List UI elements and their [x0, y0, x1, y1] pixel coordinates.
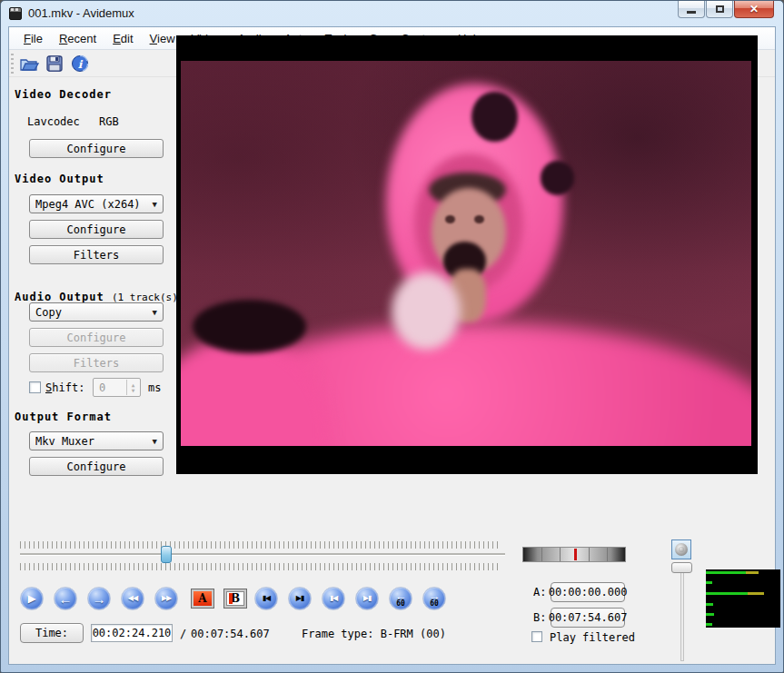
menu-file[interactable]: File [15, 29, 51, 48]
save-file-icon [45, 54, 64, 73]
audio-filters-button: Filters [29, 353, 164, 372]
hood-spot-top [471, 92, 517, 142]
set-marker-b-button[interactable]: B [223, 589, 247, 609]
next-frame-button[interactable]: → [87, 587, 111, 610]
menu-recent[interactable]: Recent [51, 29, 104, 48]
decoder-codec-label: Lavcodec [27, 115, 80, 128]
arrow-left-icon: ← [59, 592, 73, 606]
eye-left [445, 215, 455, 223]
play-filtered-checkbox[interactable] [531, 631, 542, 642]
save-file-button[interactable] [43, 53, 66, 74]
video-filters-button[interactable]: Filters [29, 245, 164, 264]
video-output-header: Video Output [15, 173, 104, 185]
shift-checkbox[interactable] [29, 381, 41, 393]
menu-edit[interactable]: Edit [104, 29, 141, 48]
time-separator: / [180, 628, 186, 640]
client-area: File Recent Edit View Video Audio Auto T… [8, 26, 776, 665]
marker-b-icon: B [226, 591, 244, 606]
prev-keyframe-icon: ▮◀ [263, 595, 271, 602]
chevron-down-icon: ▼ [153, 437, 157, 446]
play-icon: ▶ [27, 593, 35, 604]
forward-fast-button[interactable]: ▶▶ [154, 587, 178, 610]
collar-fluff-shape [392, 272, 460, 350]
open-file-button[interactable] [17, 53, 41, 74]
toolbar-grip[interactable] [11, 54, 14, 74]
shift-unit-label: ms [148, 381, 161, 394]
video-configure-button[interactable]: Configure [29, 220, 164, 239]
volume-slider-track[interactable] [680, 565, 684, 661]
arrow-right-icon: → [93, 592, 106, 606]
video-output-select[interactable]: Mpeg4 AVC (x264) ▼ [29, 194, 164, 213]
audio-output-select[interactable]: Copy ▼ [29, 302, 164, 322]
timeline-handle[interactable] [161, 546, 172, 563]
jog-shuttle[interactable] [522, 547, 626, 562]
meter-bar [706, 581, 712, 584]
spinner-arrows-icon: ▲▼ [126, 380, 139, 395]
prev-frame-button[interactable]: ← [54, 587, 77, 610]
maximize-button[interactable] [706, 1, 733, 18]
meter-bar [706, 592, 764, 595]
go-first-icon: ▮◀ [330, 595, 338, 602]
time-button[interactable]: Time: [20, 623, 84, 643]
output-format-header: Output Format [15, 411, 112, 423]
first-frame-button[interactable]: ▮◀ [322, 587, 345, 610]
volume-slider-handle[interactable] [671, 562, 692, 573]
app-icon [9, 7, 22, 20]
chevron-down-icon: ▼ [153, 200, 157, 209]
jog-center-indicator [574, 549, 577, 560]
meter-bar [706, 571, 759, 574]
next-keyframe-icon: ▶▮ [296, 595, 304, 602]
play-filtered-label: Play filtered [550, 631, 635, 644]
close-icon: ✕ [749, 3, 759, 15]
audio-configure-button: Configure [29, 328, 164, 347]
back-fast-button[interactable]: ◀◀ [121, 587, 144, 610]
video-decoder-header: Video Decoder [15, 88, 112, 101]
prev-black-frame-button[interactable]: ▮◀ [254, 587, 278, 610]
marker-a-field[interactable]: 00:00:00.000 [551, 582, 625, 602]
hood-spot-side [541, 161, 575, 195]
fast-forward-icon: ▶▶ [162, 595, 171, 602]
mute-button[interactable] [671, 539, 691, 559]
avidemux-window: 001.mkv - Avidemux ✕ File Recent Edit Vi… [0, 0, 784, 673]
video-preview [176, 35, 758, 474]
timeline-handle-lane [20, 546, 501, 564]
last-frame-button[interactable]: ▶▮ [355, 587, 379, 610]
back-60s-button[interactable]: ←60 [389, 587, 412, 610]
speaker-icon [675, 543, 688, 556]
minimize-button[interactable] [678, 1, 705, 18]
rewind-icon: ◀◀ [128, 595, 137, 602]
video-image [181, 61, 751, 446]
current-time-field[interactable]: 00:02:24.210 [91, 624, 173, 642]
meter-bar [706, 613, 714, 616]
frame-type-label: Frame type: B-FRM (00) [302, 628, 446, 640]
maximize-icon [716, 5, 724, 13]
jog-segment-line [560, 548, 561, 561]
marker-a-icon: A [194, 591, 212, 606]
minimize-icon [687, 11, 696, 14]
dark-paw-shape [193, 300, 307, 353]
shift-value-spinner: 0 ▲▼ [93, 378, 141, 397]
chevron-down-icon: ▼ [153, 308, 157, 317]
shift-label: Shift: [45, 381, 84, 394]
jog-segment-line [607, 548, 608, 561]
play-button[interactable]: ▶ [20, 587, 44, 610]
meter-bar [706, 603, 713, 606]
info-icon: i [71, 54, 89, 73]
decoder-configure-button[interactable]: Configure [29, 139, 164, 158]
marker-b-field[interactable]: 00:07:54.607 [551, 608, 625, 628]
forward-60s-button[interactable]: →60 [422, 587, 446, 610]
marker-b-label: B: [533, 611, 546, 624]
info-button[interactable]: i [68, 53, 92, 74]
total-time-label: 00:07:54.607 [191, 628, 270, 640]
window-title: 001.mkv - Avidemux [28, 6, 134, 20]
next-black-frame-button[interactable]: ▶▮ [288, 587, 312, 610]
close-button[interactable]: ✕ [734, 1, 774, 18]
title-bar[interactable]: 001.mkv - Avidemux ✕ [1, 1, 783, 26]
output-format-select[interactable]: Mkv Muxer ▼ [29, 431, 164, 450]
format-configure-button[interactable]: Configure [29, 457, 164, 476]
jog-segment-line [541, 548, 542, 561]
audio-output-header: Audio Output (1 track(s)) [15, 291, 184, 303]
set-marker-a-button[interactable]: A [191, 589, 214, 609]
go-last-icon: ▶▮ [363, 595, 372, 602]
decoder-mode-label: RGB [99, 115, 119, 128]
